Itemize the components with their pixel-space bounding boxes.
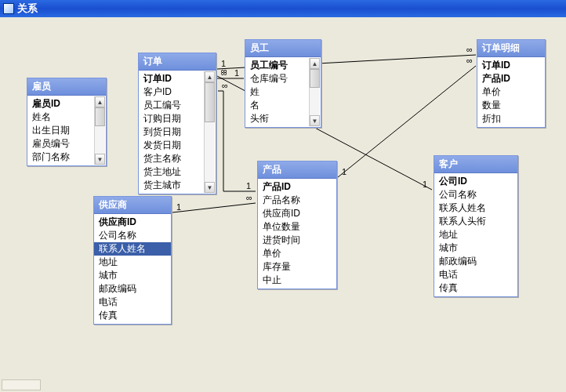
table-body: 员工编号仓库编号姓名头衔▲▼ <box>245 57 321 127</box>
table-header[interactable]: 订单明细 <box>477 40 545 57</box>
scroll-down-button[interactable]: ▼ <box>95 154 105 165</box>
status-bar <box>2 379 41 390</box>
scroll-down-button[interactable]: ▼ <box>205 182 215 193</box>
field-item[interactable]: 联系人姓名 <box>94 242 171 256</box>
field-item[interactable]: 城市 <box>434 241 517 255</box>
table-order[interactable]: 订单订单ID客户ID员工编号订购日期到货日期发货日期货主名称货主地址货主城市▲▼ <box>138 53 216 194</box>
svg-text:1: 1 <box>246 181 251 191</box>
field-item[interactable]: 单价 <box>258 247 336 260</box>
table-header[interactable]: 雇员 <box>27 78 106 96</box>
table-customer[interactable]: 客户公司ID公司名称联系人姓名联系人头衔地址城市邮政编码电话传真 <box>434 155 518 297</box>
svg-text:∞: ∞ <box>466 45 473 54</box>
field-item[interactable]: 产品ID <box>258 180 336 194</box>
field-item[interactable]: 库存量 <box>258 260 336 274</box>
table-header[interactable]: 客户 <box>434 156 517 173</box>
table-employee_jp[interactable]: 雇员雇员ID姓名出生日期雇员编号部门名称▲▼ <box>27 78 107 166</box>
scroll-thumb[interactable] <box>310 69 320 88</box>
svg-text:1: 1 <box>221 59 226 68</box>
table-header[interactable]: 产品 <box>258 162 336 179</box>
field-item[interactable]: 供应商ID <box>258 207 336 220</box>
table-header[interactable]: 供应商 <box>94 197 171 214</box>
field-item[interactable]: 折扣 <box>477 112 545 125</box>
scroll-track[interactable] <box>310 69 320 115</box>
vertical-scrollbar[interactable]: ▲▼ <box>309 58 320 126</box>
field-item[interactable]: 传真 <box>94 309 171 322</box>
field-item[interactable]: 传真 <box>434 281 517 295</box>
svg-text:1: 1 <box>342 167 346 176</box>
table-header[interactable]: 订单 <box>139 53 216 71</box>
field-item[interactable]: 产品名称 <box>258 194 336 207</box>
field-item[interactable]: 城市 <box>94 269 171 282</box>
table-staff[interactable]: 员工员工编号仓库编号姓名头衔▲▼ <box>245 39 321 128</box>
field-item[interactable]: 联系人姓名 <box>434 201 517 215</box>
vertical-scrollbar[interactable]: ▲▼ <box>204 71 215 193</box>
field-item[interactable]: 电话 <box>434 268 517 281</box>
scroll-down-button[interactable]: ▼ <box>310 115 320 126</box>
field-item[interactable]: 供应商ID <box>94 216 171 229</box>
field-item[interactable]: 公司名称 <box>94 229 171 242</box>
scroll-thumb[interactable] <box>95 107 105 126</box>
table-body: 供应商ID公司名称联系人姓名地址城市邮政编码电话传真 <box>94 214 171 324</box>
field-item[interactable]: 中止 <box>258 274 336 287</box>
svg-text:∞: ∞ <box>246 193 252 202</box>
field-item[interactable]: 电话 <box>94 296 171 309</box>
svg-text:1: 1 <box>423 180 427 189</box>
window-titlebar[interactable]: 关系 <box>0 0 566 17</box>
svg-text:∞: ∞ <box>222 81 228 90</box>
field-item[interactable]: 地址 <box>94 256 171 269</box>
field-item[interactable]: 联系人头衔 <box>434 215 517 228</box>
field-item[interactable]: 邮政编码 <box>94 282 171 296</box>
field-item[interactable]: 公司ID <box>434 175 517 188</box>
scroll-up-button[interactable]: ▲ <box>95 96 105 107</box>
field-item[interactable]: 订单ID <box>477 59 545 72</box>
field-item[interactable]: 数量 <box>477 99 545 112</box>
field-item[interactable]: 单位数量 <box>258 220 336 234</box>
scroll-up-button[interactable]: ▲ <box>205 71 215 82</box>
svg-text:1: 1 <box>176 202 181 212</box>
window-title: 关系 <box>17 2 38 14</box>
field-item[interactable]: 进货时间 <box>258 234 336 247</box>
scroll-track[interactable] <box>95 107 105 154</box>
svg-text:∞: ∞ <box>466 56 473 65</box>
field-item[interactable]: 公司名称 <box>434 188 517 201</box>
field-item[interactable]: 邮政编码 <box>434 255 517 268</box>
table-supplier[interactable]: 供应商供应商ID公司名称联系人姓名地址城市邮政编码电话传真 <box>93 196 172 325</box>
svg-text:∞: ∞ <box>221 68 227 78</box>
scroll-track[interactable] <box>205 82 215 182</box>
table-body: 订单ID客户ID员工编号订购日期到货日期发货日期货主名称货主地址货主城市▲▼ <box>139 71 216 194</box>
table-body: 公司ID公司名称联系人姓名联系人头衔地址城市邮政编码电话传真 <box>434 173 517 296</box>
svg-text:1: 1 <box>234 68 239 78</box>
vertical-scrollbar[interactable]: ▲▼ <box>94 96 105 165</box>
field-item[interactable]: 地址 <box>434 228 517 241</box>
svg-text:∞: ∞ <box>221 66 227 75</box>
app-icon <box>3 3 14 14</box>
table-body: 订单ID产品ID单价数量折扣 <box>477 57 545 127</box>
table-order_detail[interactable]: 订单明细订单ID产品ID单价数量折扣 <box>477 39 546 128</box>
scroll-up-button[interactable]: ▲ <box>310 58 320 69</box>
scroll-thumb[interactable] <box>205 82 215 122</box>
table-header[interactable]: 员工 <box>245 40 321 57</box>
field-item[interactable]: 产品ID <box>477 72 545 85</box>
diagram-canvas[interactable]: ∞11∞∞1∞11∞1∞ 雇员雇员ID姓名出生日期雇员编号部门名称▲▼订单订单I… <box>0 17 566 392</box>
table-body: 产品ID产品名称供应商ID单位数量进货时间单价库存量中止 <box>258 179 336 289</box>
table-body: 雇员ID姓名出生日期雇员编号部门名称▲▼ <box>27 96 106 165</box>
field-item[interactable]: 单价 <box>477 85 545 99</box>
table-product[interactable]: 产品产品ID产品名称供应商ID单位数量进货时间单价库存量中止 <box>257 161 337 289</box>
